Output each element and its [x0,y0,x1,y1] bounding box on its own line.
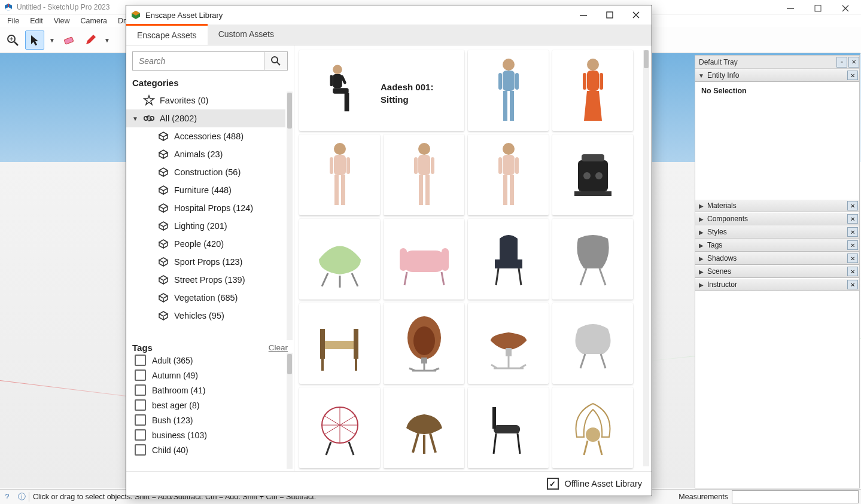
panel-entity-info-header[interactable]: ▼ Entity Info ✕ [695,69,859,82]
window-maximize-button[interactable] [806,0,833,17]
tag-item[interactable]: Adult (365) [126,353,285,368]
help-icon[interactable]: ? [0,493,14,501]
dialog-close-button[interactable] [625,5,652,25]
panel-scenes-header[interactable]: ▶Scenes ✕ [695,265,859,278]
svg-line-65 [600,268,606,285]
tray-titlebar[interactable]: Default Tray ▫ ✕ [695,56,859,69]
tag-label: Autumn (49) [152,371,198,380]
select-tool-dropdown[interactable]: ▼ [48,31,56,49]
category-item[interactable]: Animals (23) [126,145,285,163]
eraser-tool[interactable] [60,31,78,49]
tag-item[interactable]: best ager (8) [126,398,285,413]
panel-entity-info-close[interactable]: ✕ [847,71,858,80]
tray-blank [695,291,859,488]
category-item[interactable]: Accessories (488) [126,127,285,145]
offline-checkbox[interactable]: ✓ [547,478,559,490]
panel-shadows-header[interactable]: ▶Shadows ✕ [695,252,859,265]
scroll-thumb[interactable] [287,93,292,129]
category-item[interactable]: Sport Props (123) [126,253,285,271]
categories-scrollbar[interactable] [287,91,293,340]
tag-checkbox[interactable] [135,429,146,441]
asset-tile[interactable] [468,50,549,131]
tag-checkbox[interactable] [135,355,146,366]
asset-tile[interactable] [552,219,633,300]
menu-view[interactable]: View [49,16,75,26]
pencil-tool-dropdown[interactable]: ▼ [103,31,111,49]
tag-checkbox[interactable] [135,414,146,426]
tag-checkbox[interactable] [135,444,146,456]
category-item[interactable]: Furniture (448) [126,181,285,199]
window-minimize-button[interactable] [778,0,806,17]
category-item[interactable]: Construction (56) [126,163,285,181]
category-item[interactable]: Street Props (139) [126,271,285,289]
panel-instructor-close[interactable]: ✕ [847,280,858,289]
asset-tile[interactable] [384,303,464,384]
tags-clear-link[interactable]: Clear [269,343,288,352]
scroll-thumb[interactable] [644,50,649,68]
window-close-button[interactable] [833,0,861,17]
tab-custom-assets[interactable]: Custom Assets [208,25,285,45]
tray-pin-button[interactable]: ▫ [836,57,847,68]
asset-tile[interactable] [384,387,464,468]
asset-tile[interactable] [468,219,549,300]
category-item[interactable]: Vegetation (685) [126,289,285,307]
info-icon[interactable]: ⓘ [14,492,29,502]
asset-tile[interactable]: Aadesh 001: Sitting [299,50,464,131]
dialog-maximize-button[interactable] [599,5,625,25]
menu-camera[interactable]: Camera [76,16,112,26]
panel-scenes-close[interactable]: ✕ [847,267,858,276]
category-item[interactable]: People (420) [126,235,285,253]
tag-checkbox[interactable] [135,384,146,396]
asset-tile[interactable] [552,387,633,468]
menu-edit[interactable]: Edit [25,16,48,26]
asset-tile[interactable] [299,219,380,300]
tag-checkbox[interactable] [135,369,146,381]
asset-tile[interactable] [384,219,464,300]
panel-instructor-header[interactable]: ▶Instructor ✕ [695,278,859,291]
asset-tile[interactable] [552,135,633,215]
panel-styles-close[interactable]: ✕ [847,227,858,237]
zoom-tool[interactable] [4,31,22,49]
dialog-titlebar[interactable]: Enscape Asset Library [126,5,652,25]
tag-item[interactable]: Bathroom (41) [126,383,285,398]
asset-tile[interactable] [299,135,380,215]
panel-components-header[interactable]: ▶Components ✕ [695,212,859,225]
tag-item[interactable]: Autumn (49) [126,368,285,383]
panel-tags-close[interactable]: ✕ [847,240,858,250]
measurements-input[interactable] [732,490,859,503]
panel-materials-close[interactable]: ✕ [847,201,858,210]
tray-close-button[interactable]: ✕ [848,57,859,68]
asset-tile[interactable] [468,135,549,215]
tag-checkbox[interactable] [135,399,146,411]
asset-tile[interactable] [552,303,633,384]
category-all[interactable]: ▼ All (2802) [126,109,285,127]
tag-item[interactable]: Child (40) [126,442,285,457]
tag-item[interactable]: business (103) [126,427,285,442]
asset-tile[interactable] [468,387,549,468]
category-item[interactable]: Hospital Props (124) [126,199,285,217]
search-input[interactable] [133,52,264,70]
pencil-tool[interactable] [81,31,99,49]
asset-tile[interactable] [299,303,380,384]
tag-item[interactable]: Bush (123) [126,413,285,427]
asset-tile[interactable] [552,50,633,131]
dialog-minimize-button[interactable] [573,5,599,25]
asset-grid-scrollbar[interactable] [643,50,649,466]
asset-tile[interactable] [299,387,380,468]
menu-file[interactable]: File [2,16,24,26]
tab-enscape-assets[interactable]: Enscape Assets [126,24,208,45]
category-favorites[interactable]: Favorites (0) [126,91,285,109]
scroll-thumb[interactable] [287,354,292,374]
tags-scrollbar[interactable] [287,353,293,469]
category-item[interactable]: Vehicles (95) [126,307,285,325]
asset-tile[interactable] [468,303,549,384]
search-go-button[interactable] [264,52,287,70]
panel-styles-header[interactable]: ▶Styles ✕ [695,225,859,239]
asset-tile[interactable] [384,135,464,215]
category-item[interactable]: Lighting (201) [126,217,285,235]
panel-materials-header[interactable]: ▶ Materials ✕ [695,199,859,212]
panel-shadows-close[interactable]: ✕ [847,253,858,263]
panel-tags-header[interactable]: ▶Tags ✕ [695,239,859,252]
panel-components-close[interactable]: ✕ [847,214,858,224]
select-tool[interactable] [25,30,44,50]
